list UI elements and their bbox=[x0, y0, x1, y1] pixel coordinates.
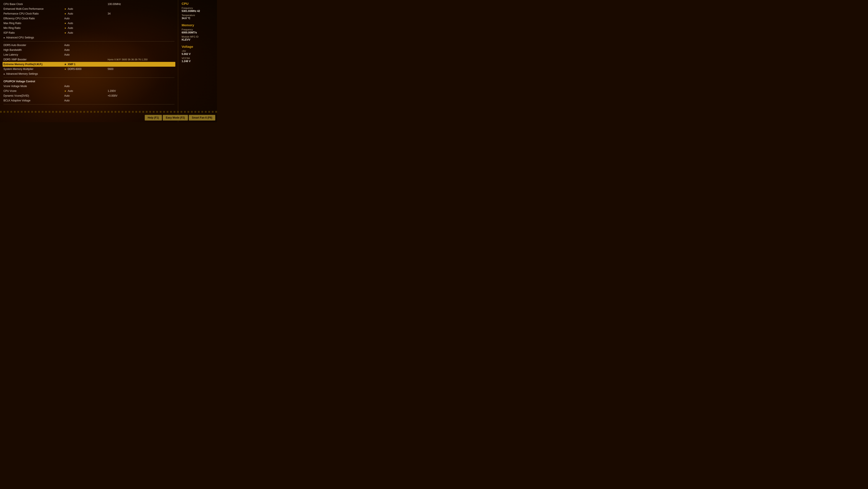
star-icon-enhanced: ★ bbox=[64, 8, 66, 10]
setting-igp-ratio[interactable]: IGP Ratio ★ Auto bbox=[3, 30, 175, 35]
memory-info-title: Memory bbox=[182, 23, 214, 27]
star-icon-cpu-vcore: ★ bbox=[64, 90, 66, 92]
setting-extra-cpu-base-clock: 100.00MHz bbox=[107, 3, 121, 6]
val-perf: Auto bbox=[68, 12, 73, 15]
val-sys-mem: DDR5-6000 bbox=[68, 67, 82, 70]
cpu-freq-label: Frequency bbox=[182, 7, 214, 9]
setting-name-low-lat: Low Latency bbox=[3, 53, 64, 56]
star-icon-sys-mem: ★ bbox=[64, 68, 66, 70]
setting-name-ddr5-xmp: DDR5 XMP Booster bbox=[3, 58, 64, 61]
setting-name-advanced-cpu: Advanced CPU Settings bbox=[3, 36, 64, 39]
setting-name-efficiency: Efficiency CPU Clock Ratio bbox=[3, 17, 64, 20]
setting-dynamic-vcore[interactable]: Dynamic Vcore(DVID) Auto +0.000V bbox=[3, 93, 175, 98]
setting-value-cpu-vcore: ★ Auto bbox=[64, 89, 107, 92]
v5-value: 5.002 V bbox=[182, 53, 214, 56]
setting-efficiency-cpu[interactable]: Efficiency CPU Clock Ratio Auto bbox=[3, 16, 175, 21]
setting-value-igp: ★ Auto bbox=[64, 31, 107, 34]
easy-mode-button[interactable]: Easy Mode (F2) bbox=[163, 115, 188, 120]
setting-max-ring-ratio[interactable]: Max Ring Ratio ★ Auto bbox=[3, 21, 175, 26]
val-high-bw: Auto bbox=[64, 49, 70, 52]
setting-name-high-bw: High Bandwidth bbox=[3, 49, 64, 52]
setting-cpu-base-clock[interactable]: CPU Base Clock 100.00MHz bbox=[3, 2, 175, 6]
setting-name-igp: IGP Ratio bbox=[3, 31, 64, 34]
divider-1 bbox=[3, 41, 175, 41]
val-bclk: Auto bbox=[64, 99, 70, 102]
setting-name-bclk: BCLK Adaptive Voltage bbox=[3, 99, 64, 102]
setting-name-perf-cpu-clock: Performance CPU Clock Ratio bbox=[3, 12, 64, 15]
mem-module-label: Module MFG ID bbox=[182, 35, 214, 38]
setting-name-max-ring: Max Ring Ratio bbox=[3, 22, 64, 25]
setting-value-low-lat: Auto bbox=[64, 53, 107, 56]
setting-ddr5-auto-booster[interactable]: DDR5 Auto Booster Auto bbox=[3, 43, 175, 48]
mem-module-value: KLEVV bbox=[182, 38, 214, 41]
setting-name-adv-mem: Advanced Memory Settings bbox=[3, 72, 64, 75]
bottom-decorative-bar bbox=[0, 111, 217, 113]
cpu-info-section: CPU Frequency 5301.93MHz 42 Temperature … bbox=[182, 2, 214, 20]
vccsa-label: VCCSA bbox=[182, 57, 214, 59]
setting-name-cpu-base-clock: CPU Base Clock bbox=[3, 3, 64, 6]
setting-value-sys-mem: ★ DDR5-6000 bbox=[64, 67, 107, 70]
val-enhanced: Auto bbox=[68, 7, 73, 10]
setting-name-enhanced-multi-core: Enhanced Multi-Core Performance bbox=[3, 7, 64, 10]
setting-extra-dynamic-vcore: +0.000V bbox=[107, 94, 117, 97]
val-ddr5-auto: Auto bbox=[64, 44, 70, 47]
bottom-toolbar: Help (F1) Easy Mode (F2) Smart Fan 6 (F6… bbox=[143, 113, 217, 122]
cpu-freq-value: 5301.93MHz 42 bbox=[182, 9, 214, 12]
val-cpu-vcore: Auto bbox=[68, 89, 73, 92]
setting-vcore-voltage-mode[interactable]: Vcore Voltage Mode Auto bbox=[3, 84, 175, 89]
setting-name-sys-mem: System Memory Multiplier bbox=[3, 67, 64, 70]
memory-info-section: Memory Frequency 6000.00MT/s Module MFG … bbox=[182, 23, 214, 41]
setting-value-xmp: ★ XMP 1 bbox=[64, 63, 107, 66]
settings-panel: CPU Base Clock 100.00MHz Enhanced Multi-… bbox=[0, 0, 178, 122]
setting-value-bclk: Auto bbox=[64, 99, 107, 102]
divider-2 bbox=[3, 78, 175, 78]
setting-low-latency[interactable]: Low Latency Auto bbox=[3, 52, 175, 57]
val-min-ring: Auto bbox=[68, 27, 73, 30]
cpu-temp-label: Temperature bbox=[182, 14, 214, 17]
val-vcore-mode: Auto bbox=[64, 85, 70, 88]
setting-cpu-vcore[interactable]: CPU Vcore ★ Auto 1.200V bbox=[3, 89, 175, 93]
setting-value-ddr5-auto: Auto bbox=[64, 44, 107, 47]
setting-name-dynamic-vcore: Dynamic Vcore(DVID) bbox=[3, 94, 64, 97]
setting-perf-cpu-clock-ratio[interactable]: Performance CPU Clock Ratio ★ Auto 34 bbox=[3, 11, 175, 16]
setting-extra-cpu-vcore: 1.200V bbox=[107, 89, 116, 92]
smart-fan-button[interactable]: Smart Fan 6 (F6) bbox=[189, 115, 215, 120]
setting-value-max-ring: ★ Auto bbox=[64, 22, 107, 25]
setting-advanced-memory[interactable]: Advanced Memory Settings bbox=[3, 71, 175, 76]
star-icon-xmp: ★ bbox=[64, 63, 66, 66]
setting-name-vcore-mode: Vcore Voltage Mode bbox=[3, 85, 64, 88]
setting-value-high-bw: Auto bbox=[64, 49, 107, 52]
divider-3 bbox=[3, 104, 175, 105]
val-igp: Auto bbox=[68, 31, 73, 34]
cpu-info-title: CPU bbox=[182, 2, 214, 5]
info-panel: CPU Frequency 5301.93MHz 42 Temperature … bbox=[178, 0, 217, 122]
setting-high-bandwidth[interactable]: High Bandwidth Auto bbox=[3, 48, 175, 52]
val-low-lat: Auto bbox=[64, 53, 70, 56]
setting-value-enhanced-multi-core: ★ Auto bbox=[64, 7, 107, 10]
val-max-ring: Auto bbox=[68, 22, 73, 25]
voltage-info-title: Voltage bbox=[182, 45, 214, 49]
voltage-info-section: Voltage +5V 5.002 V VCCSA 1.248 V bbox=[182, 45, 214, 63]
setting-name-min-ring: Min Ring Ratio bbox=[3, 27, 64, 30]
mem-freq-value: 6000.00MT/s bbox=[182, 31, 214, 34]
setting-extra-sys-mem: 5600 bbox=[107, 67, 114, 70]
setting-system-memory-multiplier[interactable]: System Memory Multiplier ★ DDR5-6000 560… bbox=[3, 67, 175, 71]
setting-ddr5-xmp-booster[interactable]: DDR5 XMP Booster Hynix X.M.P. 5600 36-36… bbox=[3, 57, 175, 62]
setting-value-dynamic-vcore: Auto bbox=[64, 94, 107, 97]
setting-enhanced-multi-core[interactable]: Enhanced Multi-Core Performance ★ Auto bbox=[3, 6, 175, 11]
setting-value-min-ring: ★ Auto bbox=[64, 27, 107, 30]
star-icon-min-ring: ★ bbox=[64, 27, 66, 30]
setting-extra-perf: 34 bbox=[107, 12, 111, 15]
setting-min-ring-ratio[interactable]: Min Ring Ratio ★ Auto bbox=[3, 26, 175, 30]
setting-bclk-adaptive[interactable]: BCLK Adaptive Voltage Auto bbox=[3, 98, 175, 103]
cpu-temp-value: 34.0 °C bbox=[182, 17, 214, 20]
mem-freq-label: Frequency bbox=[182, 28, 214, 31]
star-icon-igp: ★ bbox=[64, 31, 66, 34]
setting-advanced-cpu[interactable]: Advanced CPU Settings bbox=[3, 35, 175, 40]
val-dynamic-vcore: Auto bbox=[64, 94, 70, 97]
setting-cpu-pch-voltage: CPU/PCH Voltage Control bbox=[3, 79, 175, 84]
star-icon-perf: ★ bbox=[64, 12, 66, 15]
help-button[interactable]: Help (F1) bbox=[145, 115, 162, 120]
star-icon-max-ring: ★ bbox=[64, 22, 66, 25]
setting-extreme-memory-profile[interactable]: Extreme Memory Profile(X.M.P.) ★ XMP 1 bbox=[3, 62, 175, 67]
